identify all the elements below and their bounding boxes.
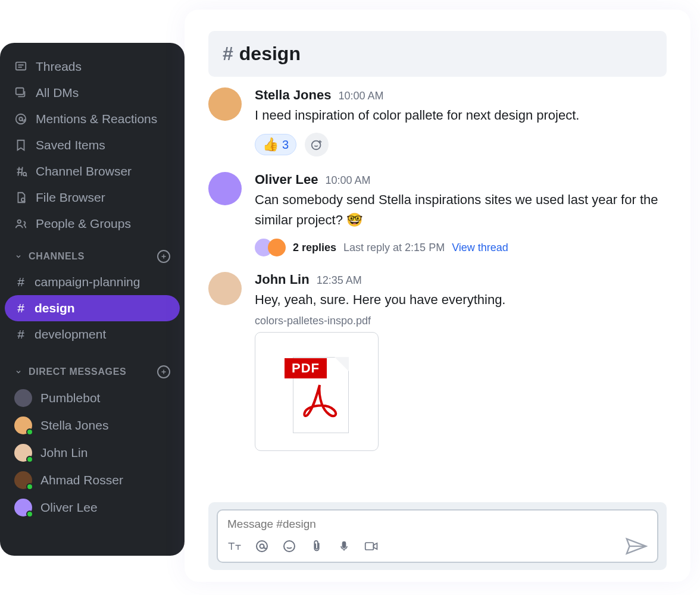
channel-name: development	[35, 327, 106, 342]
dm-item[interactable]: Oliver Lee	[5, 494, 180, 521]
voice-button[interactable]	[337, 539, 351, 553]
acrobat-icon	[303, 381, 339, 423]
nav-label: People & Groups	[36, 217, 131, 231]
nav-label: Threads	[36, 60, 82, 74]
message-text: I need inspiration of color pallete for …	[255, 105, 667, 126]
send-button[interactable]	[625, 537, 648, 556]
avatar	[208, 272, 242, 305]
sidebar-nav: Threads All DMs Mentions & Reactions Sav…	[5, 54, 180, 237]
avatar	[208, 172, 242, 205]
dm-name: Stella Jones	[40, 418, 108, 433]
svg-point-9	[260, 544, 264, 549]
thread-count[interactable]: 2 replies	[293, 242, 336, 254]
pdf-badge: PDF	[285, 358, 327, 378]
nav-label: Mentions & Reactions	[36, 112, 157, 126]
message: Oliver Lee 10:00 AM Can somebody send St…	[208, 172, 667, 256]
hash-icon: #	[223, 43, 233, 65]
nav-saved[interactable]: Saved Items	[5, 132, 180, 158]
all-dms-icon	[14, 86, 27, 99]
add-dm-button[interactable]	[157, 365, 170, 378]
people-icon	[14, 217, 27, 230]
message-time: 10:00 AM	[338, 90, 383, 102]
hash-icon: #	[14, 275, 27, 289]
pdf-icon: PDF	[285, 350, 349, 433]
mention-button[interactable]	[255, 539, 269, 553]
svg-rect-1	[16, 88, 24, 95]
view-thread-button[interactable]: View thread	[452, 242, 508, 254]
add-reaction-button[interactable]	[305, 133, 329, 156]
dm-name: Pumblebot	[40, 391, 100, 405]
svg-rect-12	[365, 543, 374, 550]
avatar	[14, 471, 32, 489]
dm-name: Oliver Lee	[40, 500, 98, 515]
message-author: Oliver Lee	[255, 172, 318, 187]
bookmark-icon	[14, 139, 27, 152]
messages-area: Stella Jones 10:00 AM I need inspiration…	[208, 87, 667, 502]
video-button[interactable]	[364, 539, 379, 553]
add-channel-button[interactable]	[157, 250, 170, 263]
nav-label: Channel Browser	[36, 164, 132, 178]
nav-mentions[interactable]: Mentions & Reactions	[5, 106, 180, 132]
message-text: Can somebody send Stella inspirations si…	[255, 190, 667, 230]
emoji-plus-icon	[310, 138, 323, 151]
svg-rect-0	[16, 62, 26, 70]
threads-icon	[14, 60, 27, 73]
dms-header[interactable]: DIRECT MESSAGES	[5, 359, 180, 384]
dms-list: Pumblebot Stella Jones John Lin Ahmad Ro…	[5, 384, 180, 521]
thread-last: Last reply at 2:15 PM	[343, 242, 445, 254]
attachment-name: colors-palletes-inspo.pdf	[255, 315, 667, 327]
channel-item-development[interactable]: # development	[5, 321, 180, 347]
channel-item-campaign-planning[interactable]: # campaign-planning	[5, 269, 180, 295]
avatar	[268, 239, 286, 256]
avatar	[14, 389, 32, 407]
avatar	[14, 444, 32, 462]
formatting-button[interactable]	[227, 539, 242, 553]
file-attachment[interactable]: PDF	[255, 332, 379, 451]
message-input-wrap	[208, 502, 667, 570]
nav-threads[interactable]: Threads	[5, 54, 180, 80]
reaction-thumbs-up[interactable]: 👍 3	[255, 134, 296, 155]
nav-all-dms[interactable]: All DMs	[5, 80, 180, 106]
channel-browser-icon	[14, 165, 27, 178]
svg-point-8	[257, 541, 267, 552]
avatar	[208, 87, 242, 121]
message-text: Hey, yeah, sure. Here you have everythin…	[255, 290, 667, 310]
message: Stella Jones 10:00 AM I need inspiration…	[208, 87, 667, 156]
nav-people[interactable]: People & Groups	[5, 211, 180, 237]
chevron-down-icon	[14, 252, 23, 261]
channel-item-design[interactable]: # design	[5, 295, 180, 321]
thumbs-up-icon: 👍	[262, 137, 279, 152]
message-input-field[interactable]	[227, 518, 648, 531]
message-author: John Lin	[255, 272, 310, 287]
main-panel: # design Stella Jones 10:00 AM I need in…	[185, 10, 690, 582]
message-author: Stella Jones	[255, 87, 331, 103]
dm-name: John Lin	[40, 446, 88, 460]
dm-item[interactable]: Pumblebot	[5, 384, 180, 412]
nav-label: All DMs	[36, 86, 79, 100]
channels-header[interactable]: CHANNELS	[5, 244, 180, 269]
attach-button[interactable]	[310, 539, 324, 553]
file-browser-icon	[14, 191, 27, 204]
hash-icon: #	[14, 327, 27, 342]
emoji-button[interactable]	[282, 539, 296, 553]
hash-icon: #	[14, 301, 27, 315]
channels-list: # campaign-planning # design # developme…	[5, 269, 180, 347]
channel-name: campaign-planning	[35, 275, 140, 289]
sidebar: Threads All DMs Mentions & Reactions Sav…	[0, 43, 185, 556]
nav-label: Saved Items	[36, 138, 105, 152]
dm-item[interactable]: Stella Jones	[5, 412, 180, 439]
svg-point-6	[18, 220, 21, 224]
channel-header[interactable]: # design	[208, 31, 667, 77]
message-input[interactable]	[217, 509, 658, 563]
chevron-down-icon	[14, 368, 23, 376]
nav-channel-browser[interactable]: Channel Browser	[5, 158, 180, 184]
reaction-count: 3	[282, 138, 289, 152]
svg-point-10	[284, 541, 295, 552]
dm-name: Ahmad Rosser	[40, 473, 123, 487]
dm-item[interactable]: John Lin	[5, 439, 180, 466]
mentions-icon	[14, 112, 27, 126]
nav-label: File Browser	[36, 190, 105, 205]
nav-file-browser[interactable]: File Browser	[5, 184, 180, 211]
dm-item[interactable]: Ahmad Rosser	[5, 466, 180, 494]
thread-avatars[interactable]	[255, 239, 286, 256]
